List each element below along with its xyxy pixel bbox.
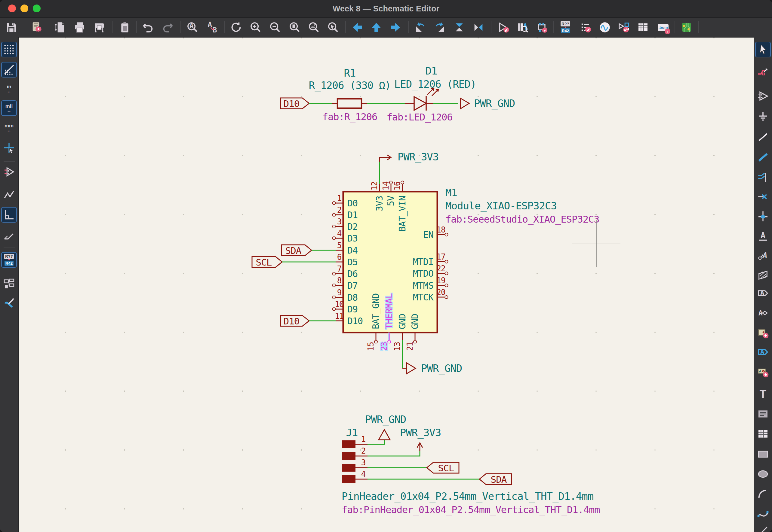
mirror-vertical-button[interactable] — [451, 20, 467, 35]
select-tool-button[interactable] — [755, 42, 771, 57]
rotate-cw-button[interactable] — [432, 20, 447, 35]
wire-45-button[interactable] — [1, 227, 17, 243]
svg-text:Module_XIAO-ESP32C3[interactable]: Module_XIAO-ESP32C3 — [445, 200, 557, 212]
pad-2[interactable] — [342, 452, 356, 460]
page-settings-button[interactable] — [52, 20, 68, 35]
wire[interactable] — [368, 451, 420, 456]
erc-button[interactable] — [578, 20, 594, 35]
pad-4[interactable] — [342, 475, 356, 483]
svg-text:SCL[interactable]: SCL — [256, 257, 272, 268]
svg-text:D10[interactable]: D10 — [284, 98, 300, 109]
hierarchical-label-button[interactable]: A — [755, 305, 771, 321]
text-button[interactable]: T — [755, 386, 771, 402]
svg-text:SDA[interactable]: SDA — [285, 245, 302, 256]
table-button[interactable] — [755, 426, 771, 442]
assign-footprints-button[interactable] — [616, 20, 632, 35]
bus-entry-button[interactable] — [755, 169, 771, 185]
units-inches-button[interactable]: in↔ — [1, 81, 17, 96]
led-d1[interactable]: D1 LED_1206 (RED) fab:LED_1206 — [386, 65, 476, 123]
pad-1[interactable] — [342, 440, 356, 448]
svg-text:PWR_GND[interactable]: PWR_GND — [421, 362, 462, 375]
svg-text:J1[interactable]: J1 — [346, 427, 358, 439]
svg-text:R1[interactable]: R1 — [344, 67, 356, 79]
svg-text:M1[interactable]: M1 — [445, 187, 457, 199]
global-label-d10-left[interactable]: D10 — [281, 315, 336, 327]
crosshair-cursor-button[interactable] — [1, 140, 17, 156]
directive-label-button[interactable]: A — [755, 248, 771, 263]
find-button[interactable]: A — [184, 20, 200, 35]
svg-text:fab:R_1206[interactable]: fab:R_1206 — [322, 111, 377, 123]
svg-text:R_1206 (330 Ω)[interactable]: R_1206 (330 Ω) — [309, 79, 391, 92]
svg-text:fab:LED_1206[interactable]: fab:LED_1206 — [386, 111, 452, 123]
svg-text:D1[interactable]: D1 — [426, 65, 437, 77]
global-label-alt-button[interactable]: A — [755, 344, 771, 360]
schematic-setup-button[interactable] — [29, 20, 44, 35]
schematic-canvas[interactable]: D10 R1 R_1206 (330 Ω) fab:R_1206 — [19, 38, 754, 532]
nav-up-button[interactable] — [368, 20, 384, 35]
sheet-pin-button[interactable] — [755, 325, 771, 341]
global-label-sda[interactable]: SDA — [282, 245, 336, 256]
refresh-view-button[interactable] — [228, 20, 244, 35]
arc-button[interactable] — [755, 486, 771, 502]
sync-sheet-pins-button[interactable] — [755, 364, 771, 380]
draw-wire-button[interactable] — [755, 129, 771, 144]
resistor-r1[interactable]: R1 R_1206 (330 Ω) fab:R_1206 — [309, 67, 391, 123]
annotate-button[interactable]: R??▼R42 — [557, 20, 573, 35]
global-label-button[interactable]: A — [755, 285, 771, 301]
zoom-in-button[interactable] — [248, 20, 264, 35]
global-label-sda-j1[interactable]: SDA — [479, 474, 511, 485]
grid-toggle-button[interactable] — [1, 42, 17, 57]
svg-text:LED_1206 (RED)[interactable]: LED_1206 (RED) — [394, 78, 476, 90]
footprint-editor-button[interactable] — [534, 20, 550, 35]
simulator-button[interactable] — [597, 20, 613, 35]
bezier-button[interactable] — [755, 506, 771, 522]
symbol-editor-button[interactable] — [496, 20, 511, 35]
units-mils-button[interactable]: mil↔ — [1, 100, 17, 116]
undo-button[interactable] — [140, 20, 156, 35]
svg-text:SDA[interactable]: SDA — [491, 474, 507, 485]
line-button[interactable] — [755, 523, 771, 532]
svg-text:fab:SeeedStudio_XIAO_ESP32C3[interactable]: fab:SeeedStudio_XIAO_ESP32C3 — [445, 214, 599, 225]
net-label-button[interactable]: A — [755, 228, 771, 244]
circle-button[interactable] — [755, 466, 771, 482]
svg-text:PinHeader_01x04_P2.54mm_Vertic[interactable]: PinHeader_01x04_P2.54mm_Vertical_THT_D1.… — [342, 490, 594, 503]
zoom-fit-objects-button[interactable] — [306, 20, 322, 35]
nav-back-button[interactable] — [349, 20, 365, 35]
no-connect-button[interactable] — [755, 189, 771, 205]
rectangle-button[interactable] — [755, 446, 771, 462]
export-bom-button[interactable]: .bom↑ — [655, 20, 671, 35]
pad-3[interactable] — [342, 464, 356, 472]
symbol-browser-button[interactable] — [515, 20, 530, 35]
hierarchy-navigator-button[interactable] — [1, 276, 17, 292]
global-label-scl[interactable]: SCL — [252, 257, 336, 268]
power-port-pwr-3v3[interactable]: PWR_3V3 — [380, 151, 438, 184]
module-m1[interactable]: PWR_3V3 M1 Module_XIAO-ESP32C3 fab:Seeed… — [252, 151, 599, 375]
open-pcb-editor-button[interactable] — [679, 20, 694, 35]
junction-button[interactable] — [755, 208, 771, 224]
svg-text:PWR_GND[interactable]: PWR_GND — [365, 413, 406, 426]
auto-annotate-button[interactable]: R??▼R42 — [1, 252, 17, 268]
print-button[interactable] — [72, 20, 87, 35]
nav-forward-button[interactable] — [388, 20, 403, 35]
properties-button[interactable] — [1, 296, 17, 311]
svg-text:PWR_3V3[interactable]: PWR_3V3 — [400, 427, 441, 439]
connector-j1[interactable]: J1 PWR_GND PWR_3V3 1 2 3 4 — [342, 413, 600, 515]
grid-override-button[interactable] — [1, 62, 17, 78]
save-button[interactable] — [4, 20, 19, 35]
svg-text:PWR_GND[interactable]: PWR_GND — [474, 97, 515, 110]
draw-bus-button[interactable] — [755, 149, 771, 165]
place-power-button[interactable] — [755, 109, 771, 124]
paste-button[interactable] — [117, 20, 133, 35]
zoom-out-button[interactable] — [267, 20, 283, 35]
redo-button[interactable] — [160, 20, 175, 35]
wire-hv-button[interactable] — [1, 207, 17, 223]
svg-text:SCL[interactable]: SCL — [438, 463, 454, 473]
global-label-d10-top[interactable]: D10 — [281, 98, 309, 109]
led-circuit[interactable]: D10 R1 R_1206 (330 Ω) fab:R_1206 — [281, 65, 515, 123]
power-port-pwr-gnd-top[interactable]: PWR_GND — [460, 97, 515, 110]
units-mm-button[interactable]: mm↔ — [1, 120, 17, 135]
textbox-button[interactable] — [755, 406, 771, 422]
place-symbol-button[interactable] — [755, 88, 771, 104]
rotate-ccw-button[interactable] — [413, 20, 428, 35]
fields-table-button[interactable] — [635, 20, 651, 35]
